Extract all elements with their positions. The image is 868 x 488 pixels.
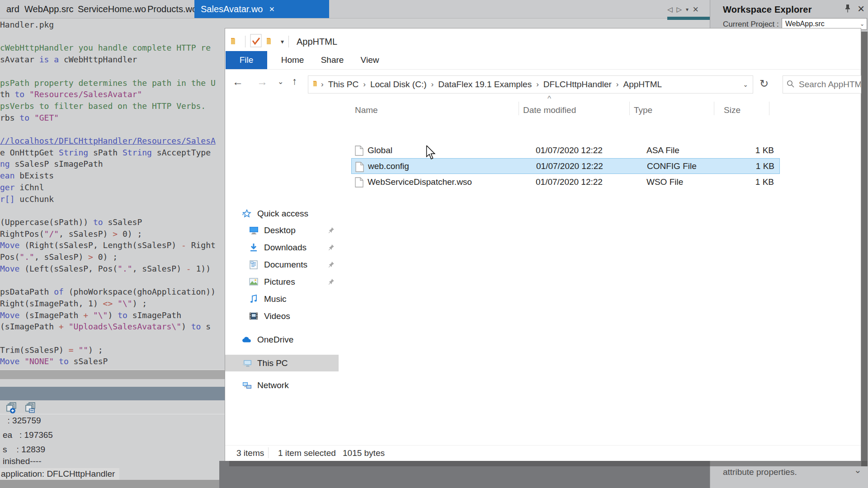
ribbon-tab-row: FileHomeShareView (225, 51, 861, 70)
search-box (783, 75, 861, 94)
ribbon-tab-file[interactable]: File (226, 51, 267, 69)
code-line: e OnHttpGet String sPath String sAcceptT… (0, 147, 220, 159)
file-name: web.config (368, 161, 409, 171)
status-item-count: 3 items (236, 448, 264, 458)
code-line: RightPos("/", sSalesP) > 0) ; (0, 228, 220, 240)
statusbar-strip (0, 480, 226, 488)
editor-tab-salesavatar-wo[interactable]: SalesAvatar.wo× (194, 0, 329, 18)
folder-icon[interactable] (231, 37, 241, 47)
editor-tab-bar: ardWebApp.srcServiceHome.woProducts.woSa… (0, 0, 710, 19)
breadcrumb-segment[interactable]: AppHTML (619, 80, 667, 89)
sidebar-item-onedrive[interactable]: OneDrive (225, 331, 355, 348)
breadcrumb-segment[interactable]: This PC (324, 80, 363, 89)
code-line: Trim(sSalesP) = "") ; (0, 344, 220, 356)
current-project-label: Current Project : (723, 20, 779, 29)
column-header-name[interactable]: Name (355, 105, 378, 115)
sidebar-item-label: OneDrive (257, 335, 293, 345)
divider (0, 414, 225, 414)
window-shadow (861, 32, 868, 466)
code-line: //localhost/DFLCHttpHandler/Resources/Sa… (0, 135, 220, 147)
file-type: CONFIG File (647, 161, 697, 171)
file-name: WebServiceDispatcher.wso (368, 177, 472, 187)
pin-icon (328, 243, 335, 253)
code-line: Move (sImagePath + "\") to sImagePath (0, 310, 220, 321)
video-icon (249, 312, 259, 321)
code-line (0, 205, 220, 216)
pin-icon (328, 260, 335, 270)
code-line: ean bExists (0, 170, 220, 182)
breadcrumb-segment[interactable]: DFLCHttpHandler (539, 80, 616, 89)
sort-ascending-icon[interactable]: ^ (547, 94, 551, 103)
address-dropdown-icon[interactable]: ⌄ (743, 81, 748, 88)
document-icon (249, 260, 259, 269)
qat-customize-icon[interactable]: ▾ (281, 38, 284, 45)
tab-close-all-icon[interactable]: × (693, 4, 698, 15)
file-row-webservicedispatcher-wso[interactable]: WebServiceDispatcher.wso01/07/2020 12:22… (351, 174, 780, 190)
sidebar-item-label: Pictures (264, 277, 295, 287)
tab-scroll-left-icon[interactable]: ◁ (667, 5, 673, 14)
folder-icon (308, 80, 321, 89)
current-project-value: WebApp.src (785, 20, 825, 28)
this-pc-icon (242, 359, 252, 368)
picture-icon (249, 277, 259, 286)
code-line: Pos(".", sSalesP) > 0) ; (0, 251, 220, 263)
ribbon-tab-home[interactable]: Home (275, 51, 310, 69)
ribbon-tab-view[interactable]: View (355, 51, 385, 69)
search-input[interactable] (798, 79, 861, 90)
up-icon[interactable]: ↑ (292, 75, 297, 87)
code-line: psDataPath of (phoWorkspace(ghoApplicati… (0, 286, 220, 298)
code-line: th to "Resources/SalesAvatar" (0, 89, 220, 100)
column-header-type[interactable]: Type (634, 105, 652, 115)
tab-close-icon[interactable]: × (269, 5, 275, 14)
code-line: Right(sImagePath, 1) <> "\") ; (0, 298, 220, 310)
refresh-icon[interactable]: ↻ (760, 77, 769, 90)
sidebar-item-label: This PC (257, 358, 288, 368)
sidebar-item-this-pc[interactable]: This PC (225, 355, 355, 371)
breadcrumb-segment[interactable]: Local Disk (C:) (366, 80, 431, 89)
code-line: Move (Left(sSalesP, Pos(".", sSalesP) - … (0, 263, 220, 275)
breadcrumb[interactable]: ›This PC›Local Disk (C:)›DataFlex 19.1 E… (308, 75, 753, 94)
explorer-statusbar: 3 items 1 item selected 1015 bytes (225, 445, 861, 461)
file-icon (355, 162, 364, 174)
output-line: application: DFLCHttpHandler (0, 468, 119, 480)
file-row-global[interactable]: Global01/07/2020 12:22ASA File1 KB (351, 142, 780, 158)
code-line: Move "NONE" to sSalesP (0, 356, 220, 367)
breadcrumb-segment[interactable]: DataFlex 19.1 Examples (434, 80, 536, 89)
output-line: inished---- (3, 456, 42, 466)
column-header-date-modified[interactable]: Date modified (523, 105, 576, 115)
file-date: 01/07/2020 12:22 (536, 161, 603, 171)
ribbon-tab-share[interactable]: Share (315, 51, 349, 69)
code-line: ger iChnl (0, 182, 220, 193)
tab-scroll-right-icon[interactable]: ▷ (677, 5, 682, 14)
close-icon[interactable]: × (858, 2, 864, 16)
back-icon[interactable]: ← (232, 75, 243, 88)
panel-title: Workspace Explorer (723, 5, 812, 15)
code-line: psVerbs to filter based on the HTTP Verb… (0, 100, 220, 112)
tab-scroll-controls: ◁ ▷ ▾ × (667, 3, 710, 16)
editor-splitter[interactable] (0, 370, 225, 379)
code-line: psPath property determines the path in t… (0, 77, 220, 89)
chevron-down-icon: ⌄ (860, 21, 864, 27)
window-title: AppHTML (297, 37, 337, 47)
onedrive-cloud-icon (242, 335, 252, 344)
new-folder-icon[interactable] (266, 37, 276, 47)
code-line (0, 274, 220, 286)
code-line: rbs to "GET" (0, 112, 220, 124)
column-header-size[interactable]: Size (724, 105, 741, 115)
recent-locations-icon[interactable]: ⌄ (278, 77, 283, 86)
pin-icon[interactable] (844, 4, 852, 13)
code-line: sAvatar is a cWebHttpHandler (0, 54, 220, 66)
explorer-sidebar: Quick accessDesktopDownloadsDocumentsPic… (225, 94, 339, 445)
file-icon (355, 177, 363, 190)
sidebar-item-label: Videos (264, 311, 290, 321)
sidebar-item-network[interactable]: Network (225, 377, 355, 394)
code-line (0, 123, 220, 135)
status-bytes: 1015 bytes (343, 448, 385, 458)
properties-check-icon[interactable] (250, 34, 262, 49)
tab-list-dropdown-icon[interactable]: ▾ (686, 6, 689, 13)
file-row-web-config[interactable]: web.config01/07/2020 12:22CONFIG File1 K… (351, 158, 780, 174)
forward-icon[interactable]: → (257, 75, 268, 88)
sidebar-item-label: Downloads (264, 243, 307, 253)
network-icon (242, 381, 252, 390)
sidebar-item-quick-access[interactable]: Quick access (225, 205, 355, 222)
